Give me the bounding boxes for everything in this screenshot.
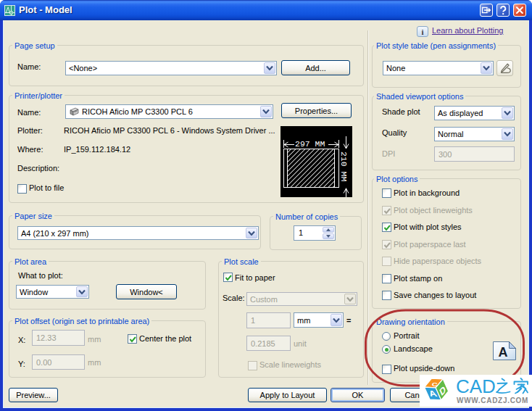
- svg-text:C: C: [432, 381, 438, 388]
